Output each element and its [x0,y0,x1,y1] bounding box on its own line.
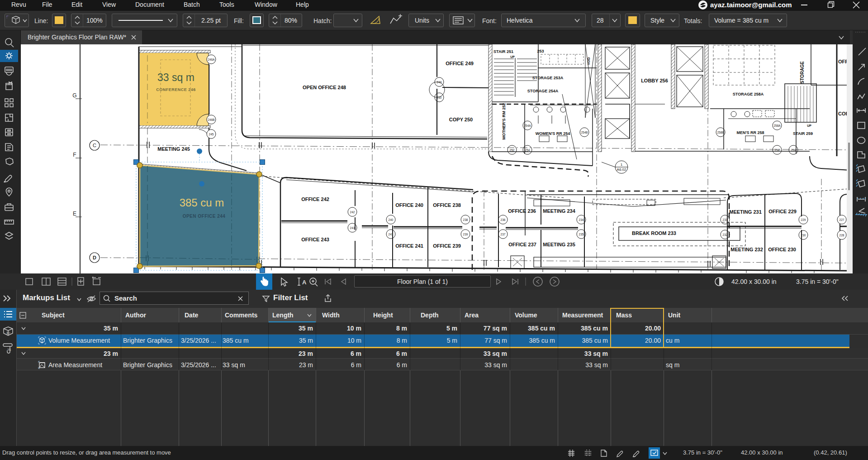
svg-text:STAIR 251: STAIR 251 [493,49,513,54]
svg-text:F: F [73,152,76,158]
svg-text:MOTHER'S RM 252: MOTHER'S RM 252 [502,103,506,139]
svg-text:MEETING 232: MEETING 232 [730,247,763,252]
svg-text:232: 232 [723,233,728,236]
svg-text:230: 230 [801,234,806,237]
svg-text:OFFICE 242: OFFICE 242 [301,196,329,202]
svg-text:258: 258 [775,149,780,152]
svg-text:245: 245 [209,133,214,136]
svg-text:OFFICE 240: OFFICE 240 [395,202,423,208]
svg-text:STAIR 259: STAIR 259 [793,131,813,136]
svg-text:OFFICE 241: OFFICE 241 [395,243,423,249]
svg-text:JS: JS [7,348,11,352]
svg-text:252: 252 [510,149,515,152]
svg-text:OFFICE 236: OFFICE 236 [508,208,536,214]
svg-text:OFFICE 239: OFFICE 239 [433,243,461,249]
svg-text:OFFICE 230: OFFICE 230 [768,247,796,252]
svg-text:BREAK ROOM 233: BREAK ROOM 233 [632,230,676,236]
svg-text:C: C [93,143,96,148]
svg-text:238: 238 [463,218,468,221]
svg-text:MEETING 234: MEETING 234 [543,208,575,214]
svg-text:242: 242 [350,211,355,214]
svg-text:MEETING 231: MEETING 231 [729,209,762,215]
svg-text:WOMEN'S RR 254: WOMEN'S RR 254 [536,131,570,136]
svg-text:254B: 254B [581,131,588,134]
svg-text:237: 237 [501,233,506,236]
svg-text:STORAGE 258A: STORAGE 258A [733,92,764,96]
svg-text:OFFICE 243: OFFICE 243 [301,237,329,242]
svg-text:OFFICE 229: OFFICE 229 [768,209,797,214]
svg-text:234: 234 [579,218,584,221]
svg-text:STORAGE 254A: STORAGE 254A [527,89,559,93]
svg-text:33 sq m: 33 sq m [157,72,194,83]
svg-text:246B: 246B [208,118,214,121]
svg-text:COPY 250: COPY 250 [449,117,473,122]
svg-text:OPEN OFFICE 244: OPEN OFFICE 244 [183,214,226,219]
svg-text:COF: COF [838,111,847,116]
svg-text:A: A [302,279,307,286]
svg-text:250: 250 [437,96,442,99]
svg-text:258B: 258B [717,131,724,134]
svg-text:A6.02: A6.02 [617,168,626,172]
svg-text:258A: 258A [773,124,781,127]
svg-text:STORAGE 253A: STORAGE 253A [532,76,564,80]
svg-text:MEETING 245: MEETING 245 [157,146,190,152]
svg-text:D: D [93,255,96,260]
svg-text:OFFICE 237: OFFICE 237 [508,242,536,247]
svg-text:385 cu m: 385 cu m [180,196,224,209]
svg-text:1: 1 [621,163,623,167]
svg-text:OPEN OFFICE 248: OPEN OFFICE 248 [303,85,346,90]
svg-text:MEETING 235: MEETING 235 [543,242,575,247]
svg-text:CONFERENCE 246: CONFERENCE 246 [156,87,196,92]
svg-text:259: 259 [791,149,796,152]
svg-text:OFFICE 249: OFFICE 249 [446,61,474,66]
svg-text:3D: 3D [6,331,10,335]
svg-text:LOBBY 256: LOBBY 256 [641,78,668,83]
svg-text:UP: UP [807,124,811,127]
svg-text:241: 241 [389,233,394,236]
svg-text:239: 239 [463,233,468,236]
svg-text:240: 240 [389,218,394,221]
svg-text:254A: 254A [524,124,531,127]
svg-text:228: 228 [840,234,844,237]
svg-text:MEN'S RR 258: MEN'S RR 258 [736,130,764,135]
svg-text:236: 236 [501,218,506,221]
svg-text:231: 231 [723,218,728,221]
svg-text:254: 254 [525,149,530,152]
svg-text:253: 253 [537,49,544,53]
svg-text:249: 249 [437,81,442,84]
svg-text:229: 229 [801,218,806,221]
svg-text:E: E [73,211,76,217]
svg-text:246A: 246A [208,58,215,61]
svg-text:STORAGE: STORAGE [800,61,805,84]
svg-text:243: 243 [350,226,355,230]
svg-text:VOID: VOID [587,57,590,65]
svg-text:G: G [72,92,76,99]
svg-text:OFFI: OFFI [838,59,847,64]
svg-text:227: 227 [840,218,844,221]
svg-text:UP: UP [510,55,515,58]
svg-text:235: 235 [579,233,584,236]
svg-text:OFFICE 238: OFFICE 238 [433,202,461,208]
